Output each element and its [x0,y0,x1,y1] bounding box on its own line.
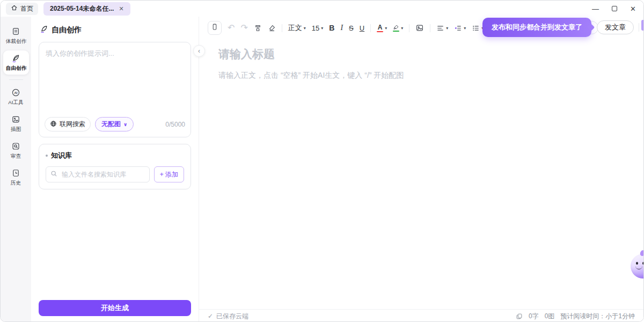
font-size-dropdown[interactable]: 15 ▾ [312,24,323,32]
web-search-toggle[interactable]: 联网搜索 [45,117,91,131]
redo-button[interactable]: ↷ [240,24,247,32]
close-button[interactable]: ✕ [630,5,636,12]
bullet-dot-icon [46,155,48,157]
document-content: 请输入标题 请输入正文，点击 “空格” 开始AI生文，键入 “/” 开始配图 [199,39,643,80]
home-icon [11,4,18,13]
svg-text:AI: AI [14,91,17,94]
mobile-preview-button[interactable] [208,21,222,35]
search-icon [50,170,57,179]
bullet-list-icon [472,24,480,32]
sidebar-item-ai-tools[interactable]: AI AI工具 [3,85,29,109]
tab-title: 2025-05-14未命名任... [50,4,114,13]
indent-dropdown[interactable]: ▾ [454,24,466,32]
undo-button[interactable]: ↶ [228,24,235,32]
toolbar-divider [370,24,371,32]
maximize-button[interactable] [612,6,617,11]
indent-icon [454,24,462,32]
italic-button[interactable]: I [340,24,343,32]
main-area: 体裁创作 自由创作 AI [1,17,643,322]
quill-icon [40,25,48,35]
format-painter-button[interactable] [254,24,262,32]
sidebar-item-label: 插图 [11,126,21,133]
body-input-placeholder[interactable]: 请输入正文，点击 “空格” 开始AI生文，键入 “/” 开始配图 [218,71,622,80]
eraser-icon [268,24,276,32]
image-option-dropdown[interactable]: 无配图 ∨ [95,117,134,131]
publish-article-button[interactable]: 发文章 [597,20,634,34]
highlighter-icon [393,25,399,32]
font-size-value: 15 [312,24,319,32]
clear-format-button[interactable] [268,24,276,32]
knowledge-card: 知识库 + 添加 [39,144,191,189]
tab-close-icon[interactable]: ✕ [119,5,123,12]
sidebar-item-label: 体裁创作 [5,38,26,45]
app-window: 首页 2025-05-14未命名任... ✕ — ✕ 体裁创作 [0,0,644,322]
sidebar-item-genre-creation[interactable]: 体裁创作 [3,24,29,48]
text-color-icon: A [377,24,383,32]
copy-icon[interactable] [516,313,523,320]
mascot-mouth-icon [635,266,642,269]
globe-icon [50,120,57,129]
sidebar-item-label: AI工具 [8,99,23,106]
mascot-eye-icon [636,262,638,265]
panel-header: 自由创作 [40,25,191,35]
history-icon [11,169,20,178]
bold-button[interactable]: B [329,24,334,32]
insert-image-button[interactable] [415,24,424,32]
chevron-left-icon: ‹ [198,47,200,55]
add-knowledge-button[interactable]: + 添加 [154,166,184,182]
align-icon [436,24,444,32]
saved-status: 已保存云端 [216,312,248,321]
chevron-down-icon: ▾ [446,26,448,31]
strikethrough-button[interactable]: S [349,24,354,32]
home-button[interactable]: 首页 [6,3,38,15]
chevron-down-icon: ▾ [385,26,387,31]
editor-area: ‹ ↶ ↷ [199,17,643,322]
knowledge-header: 知识库 [46,151,184,160]
status-bar: ✓ 已保存云端 0字 0图 预计阅读时间：小于1分钟 [199,309,643,322]
sidebar-item-label: 审查 [11,153,21,160]
prompt-input[interactable] [45,48,185,117]
sidebar-item-illustration[interactable]: 插图 [3,112,29,136]
toolbar-divider [282,24,282,32]
phone-icon [211,23,218,33]
sidebar-item-history[interactable]: 历史 [3,165,29,189]
align-dropdown[interactable]: ▾ [436,24,448,32]
minimize-button[interactable]: — [592,5,599,12]
sidebar-divider [9,79,23,80]
chevron-down-icon: ∨ [123,122,127,127]
status-right: 0字 0图 预计阅读时间：小于1分钟 [516,312,635,321]
word-count: 0字 [529,312,539,321]
prompt-card: 联网搜索 无配图 ∨ 0/5000 [39,42,191,137]
read-time: 预计阅读时间：小于1分钟 [560,312,635,321]
sidebar-item-free-creation[interactable]: 自由创作 [3,50,29,75]
underline-button[interactable]: U [360,24,364,32]
chevron-down-icon: ▾ [321,26,323,31]
scroll-icon [11,27,20,36]
collapse-panel-button[interactable]: ‹ [193,45,205,57]
knowledge-search-input[interactable] [61,170,145,179]
panel-title: 自由创作 [52,25,82,35]
title-input-placeholder[interactable]: 请输入标题 [218,47,622,62]
text-color-dropdown[interactable]: A ▾ [377,24,387,32]
sidebar-item-review[interactable]: 审查 [3,138,29,163]
sidebar-item-label: 历史 [11,180,21,187]
quill-icon [11,54,20,63]
edge-widget-fragment [641,20,643,31]
paragraph-style-dropdown[interactable]: 正文 ▾ [288,23,306,33]
knowledge-search [46,166,150,182]
document-tab[interactable]: 2025-05-14未命名任... ✕ [43,2,130,16]
picture-icon [11,115,20,124]
image-icon [415,24,424,32]
knowledge-title: 知识库 [51,151,72,160]
mascot-body-icon [631,254,644,279]
review-magnifier-icon [11,142,20,151]
highlight-color-dropdown[interactable]: ▾ [393,25,403,32]
ai-circle-icon: AI [11,88,20,97]
titlebar: 首页 2025-05-14未命名任... ✕ — ✕ [1,1,643,17]
undo-icon: ↶ [228,24,235,32]
toolbar-end-divider [639,23,639,32]
assistant-mascot[interactable] [631,254,644,279]
creation-panel: 自由创作 联网搜索 无配图 ∨ [31,17,199,322]
generate-button[interactable]: 开始生成 [39,300,191,316]
list-dropdown[interactable]: ▾ [472,24,484,32]
